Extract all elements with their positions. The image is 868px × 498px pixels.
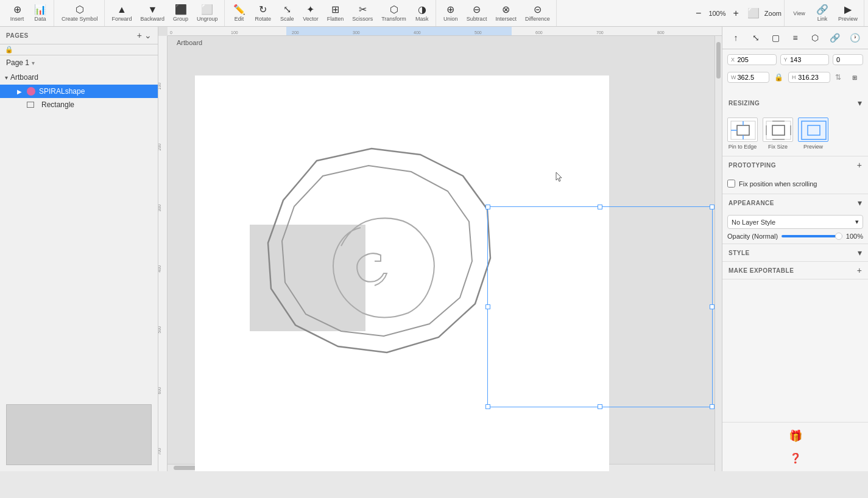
- rp-resize-icon[interactable]: ⤡: [747, 29, 764, 46]
- fix-size-label: Fix Size: [768, 144, 788, 150]
- rp-proto-icon[interactable]: 🔗: [827, 29, 844, 46]
- zoom-in-button[interactable]: +: [730, 7, 743, 20]
- prototyping-add-icon[interactable]: +: [857, 160, 862, 170]
- intersect-button[interactable]: ⊗ Intersect: [492, 3, 520, 24]
- mask-button[interactable]: ◑ Mask: [411, 3, 433, 24]
- add-page-button[interactable]: +: [137, 30, 142, 40]
- ungroup-label: Ungroup: [197, 16, 218, 22]
- ruler-num-100: 100: [231, 30, 238, 35]
- resizing-title: RESIZING: [729, 100, 760, 107]
- forward-button[interactable]: ▲ Forward: [108, 3, 136, 24]
- h-field[interactable]: H: [788, 72, 830, 83]
- appearance-header[interactable]: APPEARANCE ▾: [722, 194, 868, 211]
- canvas-area[interactable]: 0 100 200 300 400 500 600 700 800 100 20…: [158, 27, 722, 471]
- pages-header: PAGES + ⌄: [0, 27, 158, 44]
- w-input[interactable]: [738, 74, 766, 81]
- vector-button[interactable]: ✦ Vector: [299, 3, 322, 24]
- pin-to-edge-option[interactable]: Pin to Edge: [727, 117, 758, 150]
- w-label: W: [731, 74, 736, 80]
- y-field[interactable]: Y: [780, 54, 830, 65]
- difference-button[interactable]: ⊝ Difference: [521, 3, 554, 24]
- x-field[interactable]: X: [727, 54, 777, 65]
- rotate-button[interactable]: ↻ Rotate: [252, 3, 275, 24]
- flatten-button[interactable]: ⊞ Flatten: [323, 3, 348, 24]
- zoom-out-button[interactable]: −: [692, 7, 705, 20]
- insert-button[interactable]: ⊕ Insert: [6, 3, 28, 24]
- subtract-button[interactable]: ⊖ Subtract: [463, 3, 491, 24]
- layer-rectangle[interactable]: Rectangle: [0, 98, 158, 111]
- mask-label: Mask: [415, 16, 429, 22]
- preview-button[interactable]: ▶ Preview: [834, 3, 861, 24]
- rp-export-icon[interactable]: ↑: [727, 29, 744, 46]
- angle-field[interactable]: [833, 54, 863, 65]
- symbol-icon: ⬡: [76, 5, 84, 15]
- view-button[interactable]: View: [788, 9, 810, 18]
- artboard-layer-label: Artboard: [10, 73, 38, 82]
- x-input[interactable]: [737, 56, 772, 63]
- backward-button[interactable]: ▼ Backward: [137, 3, 169, 24]
- rp-align-icon[interactable]: ≡: [787, 29, 804, 46]
- style-header[interactable]: STYLE ▾: [722, 244, 868, 261]
- resizing-header[interactable]: RESIZING ▾: [722, 94, 868, 111]
- fix-position-checkbox-row: Fix position when scrolling: [727, 177, 863, 190]
- opacity-thumb[interactable]: [835, 233, 842, 240]
- handle-top-right[interactable]: [710, 205, 715, 209]
- handle-bot-right[interactable]: [710, 404, 715, 409]
- ruler-left-400: 400: [158, 265, 161, 273]
- rp-screen-icon[interactable]: ▢: [767, 29, 784, 46]
- fix-size-option[interactable]: Fix Size: [763, 117, 793, 150]
- wh-extra-icon[interactable]: ⊞: [846, 69, 863, 86]
- zoom-menu-button[interactable]: ⬜: [744, 7, 763, 20]
- gift-icon[interactable]: 🎁: [787, 427, 804, 444]
- toolbar-primary: ⊕ Insert 📊 Data ⬡ Create Symbol ▲ Forwar…: [0, 0, 868, 27]
- rp-clock-icon[interactable]: 🕐: [846, 29, 863, 46]
- transform-button[interactable]: ⬡ Transform: [378, 3, 410, 24]
- prototyping-header[interactable]: PROTOTYPING +: [722, 156, 868, 174]
- scissors-icon: ✂: [359, 5, 367, 15]
- scale-button[interactable]: ⤡ Scale: [276, 3, 298, 24]
- scrollbar-thumb-v[interactable]: [716, 42, 721, 79]
- artboard-canvas[interactable]: [195, 75, 609, 471]
- group-button[interactable]: ⬛ Group: [169, 3, 192, 24]
- rp-style-icon[interactable]: ⬡: [806, 29, 824, 46]
- edit-button[interactable]: ✏️ Edit: [228, 3, 250, 24]
- angle-input[interactable]: [836, 56, 859, 63]
- pages-menu-button[interactable]: ⌄: [144, 30, 152, 40]
- layer-spiral[interactable]: ▶ SPIRALshape: [0, 85, 158, 98]
- fix-position-label[interactable]: Fix position when scrolling: [739, 180, 817, 188]
- h-input[interactable]: [798, 74, 827, 81]
- ungroup-button[interactable]: ⬜ Ungroup: [193, 3, 222, 24]
- make-exportable-add-icon[interactable]: +: [857, 265, 862, 275]
- page-item[interactable]: Page 1 ▾: [0, 55, 158, 70]
- insert-label: Insert: [10, 16, 24, 22]
- preview-resize-option[interactable]: Preview: [798, 117, 828, 150]
- view-group: View 🔗 Link ▶ Preview: [786, 0, 864, 26]
- data-button[interactable]: 📊 Data: [29, 3, 51, 24]
- fix-position-checkbox[interactable]: [727, 180, 735, 188]
- create-symbol-button[interactable]: ⬡ Create Symbol: [58, 3, 102, 24]
- h-options-icon[interactable]: ⇅: [834, 73, 842, 82]
- w-field[interactable]: W: [727, 72, 769, 83]
- make-exportable-header[interactable]: MAKE EXPORTABLE +: [722, 262, 868, 279]
- layer-artboard-item[interactable]: ▾ Artboard: [0, 70, 158, 85]
- page-item-dropdown[interactable]: ▾: [32, 60, 35, 66]
- appearance-content: No Layer Style ▾ Opacity (Normal) 100%: [722, 211, 868, 244]
- y-input[interactable]: [790, 56, 825, 63]
- help-icon[interactable]: ❓: [787, 449, 804, 466]
- link-button[interactable]: 🔗 Link: [811, 3, 833, 24]
- layer-style-select[interactable]: No Layer Style ▾: [727, 215, 863, 229]
- resizing-collapse-icon[interactable]: ▾: [858, 98, 862, 108]
- appearance-section: APPEARANCE ▾ No Layer Style ▾ Opacity (N…: [722, 194, 868, 244]
- union-button[interactable]: ⊕ Union: [440, 3, 462, 24]
- appearance-collapse-icon[interactable]: ▾: [858, 198, 862, 208]
- style-title: STYLE: [729, 250, 750, 256]
- data-label: Data: [34, 16, 46, 22]
- union-icon: ⊕: [446, 5, 454, 15]
- layer-style-value: No Layer Style: [732, 219, 775, 226]
- opacity-slider[interactable]: [782, 235, 842, 237]
- style-collapse-icon[interactable]: ▾: [858, 248, 862, 258]
- vertical-scrollbar[interactable]: [715, 36, 722, 471]
- handle-mid-right[interactable]: [710, 304, 715, 309]
- lock-aspect-icon[interactable]: 🔒: [773, 73, 785, 82]
- scissors-button[interactable]: ✂ Scissors: [348, 3, 376, 24]
